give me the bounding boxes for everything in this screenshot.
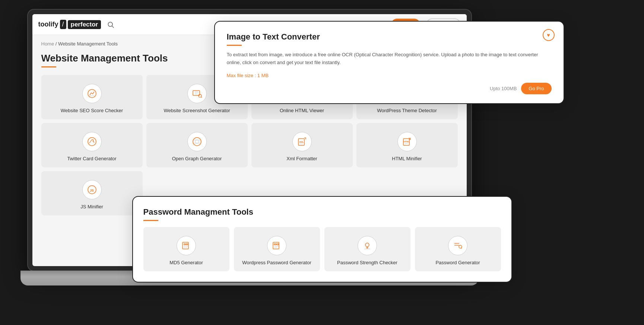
svg-line-19 — [90, 141, 91, 143]
pwd-gen-icon — [448, 236, 467, 255]
svg-rect-35 — [184, 244, 185, 245]
breadcrumb-current: Website Management Tools — [58, 41, 118, 47]
tool-label-pwd-gen: Password Generator — [435, 260, 480, 265]
wp-pwd-icon — [267, 236, 286, 255]
card-1-description: To extract text from image, we introduce… — [227, 51, 552, 67]
logo-perfector: perfector — [68, 20, 101, 29]
image-to-text-card: ♥ Image to Text Converter To extract tex… — [214, 21, 564, 104]
tool-label-twitter: Twitter Card Generator — [67, 156, 116, 161]
tool-label-screenshot: Website Screenshot Generator — [164, 108, 230, 113]
tool-card-minifier[interactable]: HTML HTML Minifier — [356, 123, 458, 167]
password-mgmt-card: Password Managment Tools MD5 Generator — [132, 196, 512, 283]
svg-point-44 — [365, 243, 369, 247]
svg-rect-36 — [186, 244, 188, 245]
svg-text:JS: JS — [90, 189, 94, 192]
tool-label-html: Online HTML Viewer — [280, 108, 324, 113]
tool-card-opengraph[interactable]: Open Graph Generator — [146, 123, 248, 167]
tool-label-js: JS Minifier — [80, 204, 103, 209]
svg-point-20 — [193, 138, 201, 146]
minifier-icon: HTML — [397, 132, 417, 151]
tool-label-opengraph: Open Graph Generator — [172, 156, 222, 161]
md5-icon — [177, 236, 196, 255]
tools-grid-row2: Twitter Card Generator — [41, 123, 458, 167]
tool-label-md5: MD5 Generator — [169, 260, 203, 265]
pwd-tools-grid: MD5 Generator Wordpress Password Generat… — [143, 227, 501, 271]
tool-card-pwd-strength[interactable]: Password Strength Checker — [324, 227, 410, 271]
search-icon[interactable] — [107, 21, 114, 28]
upto-text: Upto 100MB — [490, 86, 517, 91]
breadcrumb-home[interactable]: Home — [41, 41, 54, 47]
screenshot-icon — [187, 84, 207, 103]
svg-point-0 — [108, 22, 113, 26]
pwd-strength-icon — [358, 236, 377, 255]
svg-rect-41 — [277, 244, 279, 245]
svg-line-51 — [461, 248, 462, 249]
breadcrumb-separator: / — [55, 41, 57, 47]
go-pro-button[interactable]: Go Pro — [521, 83, 551, 94]
heart-button[interactable]: ♥ — [543, 29, 555, 41]
card-1-underline — [227, 45, 242, 46]
tool-card-twitter[interactable]: Twitter Card Generator — [41, 123, 143, 167]
js-icon: JS — [82, 180, 102, 199]
tool-label-wp-pwd: Wordpress Password Generator — [242, 260, 311, 265]
tool-card-js[interactable]: JS JS Minifier — [41, 171, 143, 215]
tool-card-seo[interactable]: Website SEO Score Checker — [41, 75, 143, 119]
xml-icon: XML — [292, 132, 312, 151]
svg-text:HTML: HTML — [404, 141, 410, 143]
svg-text:XML: XML — [299, 141, 304, 143]
card-2-title: Password Managment Tools — [143, 207, 501, 217]
site-logo[interactable]: toolify / perfector — [38, 20, 101, 29]
svg-rect-40 — [274, 244, 276, 245]
twitter-icon — [82, 132, 102, 151]
title-underline — [41, 66, 56, 67]
tool-label-xml: Xml Formatter — [286, 156, 317, 161]
card-1-footer: Upto 100MB Go Pro — [227, 83, 552, 94]
tool-label-wordpress: WordPress Theme Detector — [377, 108, 437, 113]
tool-label-pwd-strength: Password Strength Checker — [337, 260, 397, 265]
tool-card-xml[interactable]: XML Xml Formatter — [251, 123, 353, 167]
card-2-underline — [143, 220, 158, 221]
svg-point-18 — [88, 138, 96, 146]
card-1-file-size: Max file size : 1 MB — [227, 73, 552, 78]
svg-rect-34 — [183, 242, 188, 249]
svg-rect-39 — [273, 242, 279, 249]
opengraph-icon — [187, 132, 207, 151]
tool-label-seo: Website SEO Score Checker — [61, 108, 123, 113]
logo-text: toolify — [38, 20, 58, 28]
tool-label-minifier: HTML Minifier — [392, 156, 422, 161]
tool-card-wp-pwd[interactable]: Wordpress Password Generator — [234, 227, 320, 271]
tool-card-md5[interactable]: MD5 Generator — [143, 227, 229, 271]
svg-line-1 — [112, 26, 114, 28]
card-1-title: Image to Text Converter — [227, 32, 552, 42]
seo-icon — [82, 84, 102, 103]
logo-highlight: / — [60, 20, 66, 29]
tool-card-pwd-gen[interactable]: Password Generator — [415, 227, 501, 271]
svg-line-9 — [201, 97, 202, 98]
svg-point-8 — [199, 94, 202, 97]
